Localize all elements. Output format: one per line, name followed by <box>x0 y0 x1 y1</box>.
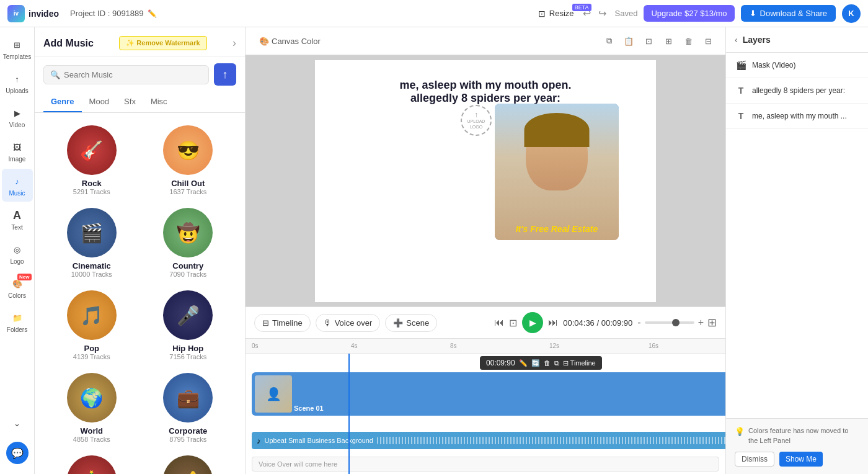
genre-jazz[interactable]: 🎷 Jazz <box>140 449 237 474</box>
search-icon: 🔍 <box>50 70 60 79</box>
more-icon: ⌄ <box>10 416 25 431</box>
text-layer-icon-1: T <box>735 84 747 97</box>
redo-button[interactable]: ↪ <box>596 5 609 22</box>
canvas-toolbar: 🎨 Canvas Color ⧉ 📋 ⊡ ⊞ 🗑 ⊟ <box>246 27 725 55</box>
crop-icon[interactable]: ⊡ <box>640 32 657 50</box>
voiceover-placeholder: Voice Over will come here <box>259 460 337 468</box>
download-button[interactable]: ⬇ Download & Share <box>741 5 836 22</box>
paste-icon[interactable]: 📋 <box>620 32 637 50</box>
timeline-icon: ⊟ <box>262 318 269 328</box>
timeline-tooltip-icon[interactable]: ⊟ Timeline <box>563 359 596 367</box>
sidebar-item-video[interactable]: ▶ Video <box>2 101 33 133</box>
canvas-viewport: me, asleep with my mouth open. allegedly… <box>246 55 725 306</box>
video-track[interactable]: 👤 Scene 01 <box>252 372 725 416</box>
show-me-button[interactable]: Show Me <box>779 452 823 467</box>
upload-music-button[interactable]: ↑ <box>214 63 236 86</box>
world-image: 🌍 <box>67 373 117 423</box>
colors-notice-row: 💡 Colors feature has now moved to the Le… <box>735 426 859 445</box>
delete-tooltip-icon[interactable]: 🗑 <box>544 359 551 367</box>
upgrade-button[interactable]: Upgrade $27 $13/mo <box>644 5 734 22</box>
genre-name-corporate: Corporate <box>169 426 207 436</box>
copy-icon[interactable]: ⧉ <box>600 32 618 50</box>
dismiss-button[interactable]: Dismiss <box>735 452 774 467</box>
layer-text-spiders[interactable]: T allegedly 8 spiders per year: <box>726 78 868 104</box>
mic-icon: 🎙 <box>324 318 332 328</box>
genre-hiphop[interactable]: 🎤 Hip Hop 7156 Tracks <box>140 284 237 367</box>
user-avatar[interactable]: K <box>842 4 861 23</box>
saved-status: Saved <box>615 9 638 18</box>
music-tabs: Genre Mood Sfx Misc <box>35 92 245 113</box>
genre-christmas[interactable]: 🎄 Christmas <box>43 449 140 474</box>
refresh-tooltip-icon[interactable]: 🔄 <box>531 359 540 367</box>
canvas-video-thumbnail[interactable]: It's Free Real Estate <box>495 104 619 240</box>
resize-button[interactable]: ⊡ Resize BETA <box>538 9 574 19</box>
resize-canvas-icon[interactable]: ⊞ <box>660 32 677 50</box>
expand-timeline-button[interactable]: ⊞ <box>707 316 717 329</box>
copy-frame-button[interactable]: ⊡ <box>509 317 517 329</box>
remove-watermark-button[interactable]: ✨ Remove Watermark <box>119 36 206 50</box>
genre-name-rock: Rock <box>82 179 102 188</box>
layers-header: ‹ Layers <box>726 27 868 53</box>
genre-name-world: World <box>80 426 103 436</box>
canvas-area: 🎨 Canvas Color ⧉ 📋 ⊡ ⊞ 🗑 ⊟ me, asleep wi… <box>246 27 725 306</box>
layer-name-spiders: allegedly 8 spiders per year: <box>752 86 845 95</box>
layer-text-asleep[interactable]: T me, asleep with my mouth ... <box>726 104 868 129</box>
genre-country[interactable]: 🤠 Country 7090 Tracks <box>140 202 237 284</box>
sidebar-item-image[interactable]: 🖼 Image <box>2 135 33 168</box>
genre-world[interactable]: 🌍 World 4858 Tracks <box>43 367 140 449</box>
sidebar-item-more[interactable]: ⌄ <box>2 411 33 436</box>
scene-tab-button[interactable]: ➕ Scene <box>385 314 437 332</box>
music-panel: Add Music ✨ Remove Watermark › 🔍 ↑ Genre… <box>35 27 246 474</box>
edit-project-icon[interactable]: ✏️ <box>148 9 157 18</box>
sidebar-item-music[interactable]: ♪ Music <box>2 169 33 202</box>
delete-icon[interactable]: 🗑 <box>680 32 697 50</box>
canvas-color-button[interactable]: 🎨 Canvas Color <box>254 34 326 48</box>
sidebar-item-colors[interactable]: New 🎨 Colors <box>2 271 33 304</box>
sidebar-item-text[interactable]: A Text <box>2 203 33 236</box>
skip-back-button[interactable]: ⏮ <box>494 317 504 328</box>
layers-collapse-icon[interactable]: ‹ <box>735 35 738 45</box>
genre-circle-christmas: 🎄 <box>67 455 117 474</box>
genre-corporate[interactable]: 💼 Corporate 8795 Tracks <box>140 367 237 449</box>
play-button[interactable]: ▶ <box>522 312 543 333</box>
genre-rock[interactable]: 🎸 Rock 5291 Tracks <box>43 119 140 202</box>
zoom-in-button[interactable]: + <box>698 317 704 328</box>
voiceover-tab-button[interactable]: 🎙 Voice over <box>316 314 381 332</box>
sidebar-item-folders[interactable]: 📁 Folders <box>2 305 33 338</box>
timeline-controls: ⊟ Timeline 🎙 Voice over ➕ Scene ⏮ ⊡ ▶ ⏭ <box>246 307 725 339</box>
upload-logo-button[interactable]: ↑ UPLOADLOGO <box>461 105 492 136</box>
chat-button[interactable]: 💬 <box>6 442 29 464</box>
music-search-box[interactable]: 🔍 <box>43 65 209 84</box>
search-input[interactable] <box>64 70 202 79</box>
tab-misc[interactable]: Misc <box>143 92 175 112</box>
panel-close-icon[interactable]: › <box>232 37 236 50</box>
audio-track[interactable]: ♪ Upbeat Small Business Background <box>252 432 725 449</box>
sidebar-item-templates[interactable]: ⊞ Templates <box>2 32 33 65</box>
colors-notice-buttons: Dismiss Show Me <box>735 452 859 467</box>
logo-icon: iv <box>7 5 25 22</box>
timeline-needle[interactable] <box>348 354 350 474</box>
genre-circle-chillout: 😎 <box>163 125 213 175</box>
layer-mask-video[interactable]: 🎬 Mask (Video) <box>726 53 868 78</box>
canvas-frame: me, asleep with my mouth open. allegedly… <box>315 60 656 302</box>
genre-pop[interactable]: 🎵 Pop 4139 Tracks <box>43 284 140 367</box>
music-genre-grid: 🎸 Rock 5291 Tracks 😎 Chill Out 1637 Trac… <box>35 113 245 474</box>
app-logo: iv invideo <box>7 5 59 22</box>
layers-title: Layers <box>743 35 771 45</box>
genre-circle-jazz: 🎷 <box>163 455 213 474</box>
tab-genre[interactable]: Genre <box>43 92 82 112</box>
skip-forward-button[interactable]: ⏭ <box>548 317 558 328</box>
tab-sfx[interactable]: Sfx <box>117 92 143 112</box>
copy-tooltip-icon[interactable]: ⧉ <box>554 359 559 367</box>
timeline-tab-button[interactable]: ⊟ Timeline <box>254 314 311 332</box>
grid-icon[interactable]: ⊟ <box>699 32 717 50</box>
palette-icon: 🎨 <box>259 37 269 46</box>
tab-mood[interactable]: Mood <box>82 92 117 112</box>
zoom-slider[interactable] <box>645 321 694 324</box>
genre-cinematic[interactable]: 🎬 Cinematic 10000 Tracks <box>43 202 140 284</box>
sidebar-item-logo[interactable]: ◎ Logo <box>2 237 33 270</box>
zoom-out-button[interactable]: - <box>637 317 640 328</box>
sidebar-item-uploads[interactable]: ↑ Uploads <box>2 66 33 99</box>
edit-tooltip-icon[interactable]: ✏️ <box>519 359 528 367</box>
genre-chillout[interactable]: 😎 Chill Out 1637 Tracks <box>140 119 237 202</box>
